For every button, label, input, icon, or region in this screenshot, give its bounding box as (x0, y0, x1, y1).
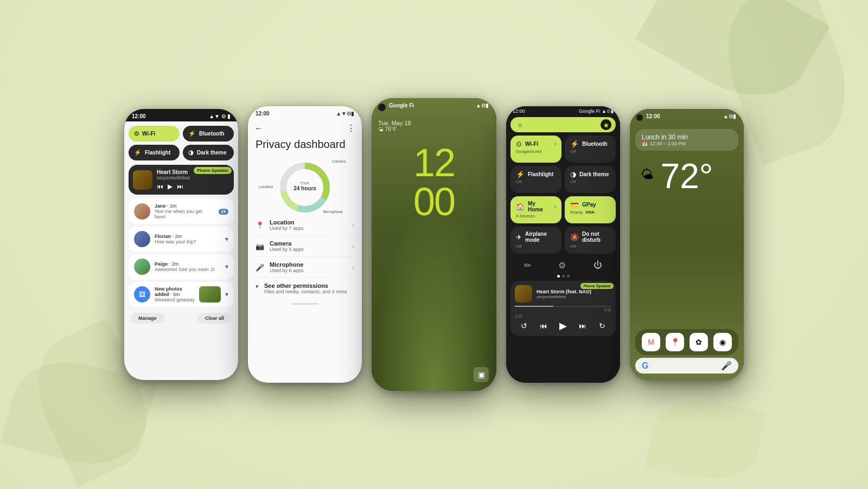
brightness-dot: ◉ (601, 119, 611, 130)
p4-airplane-icon: ✈ (516, 233, 522, 241)
p4-progress-area: 2:20 3:32 (515, 306, 611, 320)
p1-bluetooth-tile[interactable]: ⚡ Bluetooth (183, 126, 234, 141)
p4-prev-button[interactable]: ⏮ (540, 321, 547, 330)
p3-carrier: Google Fi (389, 102, 414, 108)
p1-play-icon[interactable]: ▶ (168, 183, 173, 190)
p4-airplane-tile[interactable]: ✈ Airplane mode Off (510, 227, 561, 254)
p1-wifi: ⊙ (221, 113, 226, 119)
p4-wifi-icon: ⊙ (516, 140, 522, 148)
p5-chrome-icon[interactable]: ◉ (713, 333, 732, 351)
p1-bluetooth-label: Bluetooth (199, 131, 225, 137)
paige-avatar (134, 259, 150, 275)
p4-edit-button[interactable]: ✏ (524, 260, 531, 271)
p1-paige-msg: Awesome! See you soon :D (155, 267, 221, 272)
p4-music-controls: ↺ ⏮ ▶ ⏭ ↻ (515, 320, 611, 332)
see-other-icon: ▾ (256, 283, 259, 290)
p1-prev-icon[interactable]: ⏮ (157, 183, 163, 190)
p4-gpay-tile[interactable]: 💳 GPay Ready VISA (565, 196, 616, 223)
p4-gpay-sub: Ready VISA (570, 210, 610, 215)
p4-settings-button[interactable]: ⚙ (558, 260, 566, 271)
p4-repeat-button[interactable]: ↻ (599, 321, 605, 330)
p1-battery: ▮ (227, 113, 231, 119)
p2-see-other-title: See other permissions (264, 282, 347, 289)
voice-search-icon[interactable]: 🎤 (721, 361, 732, 371)
p4-replay-button[interactable]: ↺ (521, 321, 527, 330)
p4-bluetooth-tile[interactable]: ⚡ Bluetooth Off (565, 136, 616, 163)
p4-wifi-tile[interactable]: ⊙ Wi-Fi › GoogleGuest (510, 136, 561, 163)
p2-see-other[interactable]: ▾ See other permissions Files and media,… (248, 278, 362, 299)
p4-bt-icon: ⚡ (570, 140, 579, 148)
p5-search-bar[interactable]: G 🎤 (635, 358, 738, 374)
p4-dark-sub: Off (570, 179, 610, 184)
phones-container: 12:00 ▲▼ ⊙ ▮ ⊙ Wi-Fi ⚡ Bluetooth (0, 0, 868, 489)
p2-back-button[interactable]: ← (254, 124, 263, 133)
p1-darktheme-tile[interactable]: ◑ Dark theme (183, 145, 234, 160)
p4-gpay-icon: 💳 (570, 201, 579, 209)
p2-status-bar: 12:00 ▲▼⊙▮ (248, 106, 362, 119)
p5-maps-icon[interactable]: 📍 (666, 333, 684, 351)
p1-notif-paige: Paige · 2m Awesome! See you soon :D ▾ (129, 254, 234, 279)
p1-notif-photos-body: New photos added · 5m Weekend getaway (155, 286, 195, 303)
p4-brightness-bar[interactable]: ☼ ◉ (510, 117, 616, 132)
p2-perm-camera[interactable]: 📷 Camera Used by 5 apps › (256, 236, 354, 257)
p5-camera-dot (636, 114, 643, 121)
p2-location-label: Location (259, 185, 273, 189)
p1-darktheme-label: Dark theme (197, 150, 226, 156)
p4-myhome-tile[interactable]: 🏠 My Home › 6 Devices (510, 196, 561, 223)
phone-3: Google Fi ▲⊙▮ Tue, May 18 🌤 76°F 1200 ▣ (372, 98, 496, 391)
p4-darktheme-tile[interactable]: ◑ Dark theme Off (565, 166, 616, 193)
p2-perm-location[interactable]: 📍 Location Used by 7 apps › (256, 215, 354, 236)
p4-sys-row: ✏ ⚙ ⏻ (510, 257, 616, 274)
phone-1: 12:00 ▲▼ ⊙ ▮ ⊙ Wi-Fi ⚡ Bluetooth (124, 109, 238, 380)
google-logo: G (642, 361, 648, 371)
p2-more-button[interactable]: ⋮ (347, 123, 355, 133)
p1-status-icons: ▲▼ ⊙ ▮ (209, 113, 231, 119)
p3-content: Tue, May 18 🌤 76°F 1200 (372, 98, 496, 226)
p1-signal: ▲▼ (209, 113, 220, 119)
p1-notif-actions: Manage Clear all (129, 310, 234, 324)
p1-florian-expand[interactable]: ▾ (225, 235, 228, 243)
p1-jane-msg: Text me when you get here! (155, 209, 214, 220)
p1-clearall-btn[interactable]: Clear all (197, 313, 232, 324)
p5-calendar-widget[interactable]: Lunch in 30 min 📅 12:30 – 1:00 PM (635, 129, 738, 151)
p1-manage-btn[interactable]: Manage (131, 313, 164, 324)
photos-thumb (199, 286, 221, 303)
p3-recent-button[interactable]: ▣ (474, 367, 489, 382)
p1-paige-expand[interactable]: ▾ (225, 263, 228, 271)
p1-next-icon[interactable]: ⏭ (177, 183, 183, 190)
maps-pin-icon: 📍 (671, 338, 680, 346)
p2-microphone-label: Microphone (323, 210, 343, 214)
p5-time-range: 12:30 – 1:00 PM (650, 141, 686, 146)
p2-location-used: Used by 7 apps (270, 226, 347, 231)
p4-main-content: 12:00 Google Fi ▲⊙▮ ☼ ◉ (506, 106, 620, 336)
p5-photos-icon[interactable]: ✿ (690, 333, 708, 351)
p2-perm-microphone[interactable]: 🎤 Microphone Used by 6 apps › (256, 257, 354, 278)
brightness-low-icon: ☼ (517, 121, 523, 128)
p4-wifi-arrow: › (554, 141, 556, 147)
p1-wifi-tile[interactable]: ⊙ Wi-Fi (129, 126, 180, 141)
p1-flashlight-label: Flashlight (145, 150, 170, 156)
p4-dnd-tile[interactable]: 🔕 Do not disturb Off (565, 227, 616, 254)
p2-microphone-arrow: › (352, 264, 354, 271)
p4-power-button[interactable]: ⏻ (593, 260, 602, 271)
p4-flashlight-tile[interactable]: ⚡ Flashlight Off (510, 166, 561, 193)
p1-quick-tiles: ⊙ Wi-Fi ⚡ Bluetooth ⚡ Flashlight ◑ Dark … (129, 126, 234, 160)
p2-camera-used: Used by 5 apps (270, 247, 347, 252)
p4-next-button[interactable]: ⏭ (579, 321, 586, 330)
p1-music-card: Heart Storm serpentwithfeet ⏮ ▶ ⏭ Phone … (129, 165, 234, 195)
p4-play-button[interactable]: ▶ (559, 320, 567, 332)
p4-home-arrow: › (554, 204, 556, 210)
p4-wifi-sub: GoogleGuest (516, 149, 556, 154)
p1-paige-name: Paige · 2m (155, 261, 221, 267)
p3-status-bar: Google Fi ▲⊙▮ (372, 98, 496, 111)
phone-4: 12:00 Google Fi ▲⊙▮ ☼ ◉ (506, 106, 620, 383)
p2-location-name: Location (270, 219, 347, 226)
p5-gmail-icon[interactable]: M (642, 333, 660, 351)
p1-photos-expand[interactable]: ▾ (225, 291, 228, 298)
p5-time: 12:00 (646, 113, 660, 119)
p1-flashlight-tile[interactable]: ⚡ Flashlight (129, 145, 180, 160)
p2-camera-arrow: › (352, 243, 354, 249)
p5-calendar-title: Lunch in 30 min (642, 133, 732, 141)
p1-jane-badge: 2▾ (219, 209, 228, 215)
p4-home-icon: 🏠 (516, 203, 525, 211)
